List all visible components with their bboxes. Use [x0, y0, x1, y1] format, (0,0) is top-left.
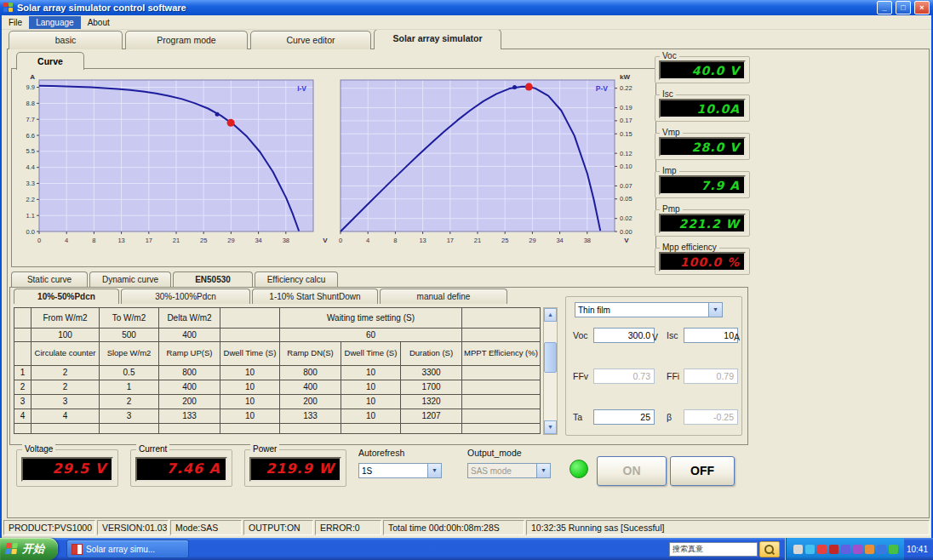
table-cell[interactable]: 400: [280, 380, 341, 395]
search-button[interactable]: [759, 541, 780, 557]
maximize-button[interactable]: □: [896, 1, 911, 14]
readout-voc: Voc40.0 V: [655, 56, 750, 83]
table-cell[interactable]: 800: [159, 366, 220, 380]
shield-icon[interactable]: [877, 545, 886, 554]
table-scrollbar[interactable]: ▲ ▼: [543, 307, 558, 435]
subtab-30--100-pdcn[interactable]: 30%-100%Pdcn: [121, 289, 250, 304]
chevron-down-icon[interactable]: ▼: [427, 464, 441, 477]
tab-program-mode[interactable]: Program mode: [125, 31, 248, 49]
subtab-10--50-pdcn[interactable]: 10%-50%Pdcn: [14, 289, 119, 304]
voc-field[interactable]: [593, 328, 655, 343]
table-cell[interactable]: 10: [341, 395, 401, 409]
table-cell[interactable]: 1320: [401, 395, 462, 409]
tab-efficiency-calcu[interactable]: Efficiency calcu: [255, 271, 338, 287]
table-cell[interactable]: [462, 380, 541, 395]
pv-technology-select[interactable]: Thin film ▼: [575, 302, 723, 317]
table-cell[interactable]: 200: [280, 395, 341, 409]
table-cell[interactable]: 1: [14, 366, 31, 380]
header-cell: Dwell Time (S): [220, 342, 280, 366]
table-cell[interactable]: 4: [14, 409, 31, 424]
β-field[interactable]: [684, 409, 738, 425]
taskbar-search-input[interactable]: [669, 542, 758, 557]
subtab-manual-define[interactable]: manual define: [380, 289, 507, 304]
table-cell[interactable]: [462, 366, 541, 380]
table-cell[interactable]: 800: [280, 366, 341, 380]
y-tick-label: 0.07: [620, 182, 632, 190]
ffv-field[interactable]: [593, 369, 655, 384]
x-tick-label: 21: [173, 237, 180, 244]
table-cell[interactable]: 400: [159, 380, 220, 395]
table-cell[interactable]: 10: [341, 409, 401, 424]
sub-tab-strip: 10%-50%Pdcn30%-100%Pdcn1-10% Start Shunt…: [14, 289, 507, 304]
table-cell[interactable]: 3: [100, 409, 159, 424]
x-tick-label: 13: [419, 237, 426, 244]
ffi-field[interactable]: [684, 369, 738, 384]
y-tick-label: 0.22: [620, 84, 632, 92]
tab-static-curve[interactable]: Static curve: [11, 271, 88, 287]
x-tick-label: 0: [339, 237, 342, 244]
chevron-down-icon[interactable]: ▼: [536, 464, 550, 477]
chevron-down-icon[interactable]: ▼: [708, 303, 722, 317]
taskbar-item-solar-array[interactable]: Solar array simu...: [66, 540, 189, 558]
minimize-button[interactable]: _: [877, 1, 892, 14]
table-cell[interactable]: 4: [31, 409, 100, 424]
table-cell[interactable]: [462, 395, 541, 409]
volume-icon[interactable]: [805, 545, 815, 554]
on-button[interactable]: ON: [597, 456, 667, 486]
scroll-down-button[interactable]: ▼: [544, 420, 557, 434]
start-button[interactable]: 开始: [0, 538, 58, 560]
network-icon[interactable]: [793, 545, 803, 554]
table-cell[interactable]: 1207: [401, 409, 462, 424]
output-mode-select[interactable]: SAS mode ▼: [467, 463, 551, 478]
antivirus-icon[interactable]: [829, 545, 839, 554]
table-cell[interactable]: [462, 409, 541, 424]
y-tick-label: 5.5: [26, 147, 35, 155]
scroll-up-button[interactable]: ▲: [544, 308, 557, 322]
status-segment-3: OUTPUT:ON: [243, 520, 313, 535]
subtab-1-10-start-shuntdown[interactable]: 1-10% Start ShuntDown: [252, 289, 378, 304]
lower-tab-strip: Static curveDynamic curveEN50530Efficien…: [11, 271, 338, 288]
menu-about[interactable]: About: [81, 16, 117, 29]
table-cell[interactable]: 10: [220, 409, 280, 424]
tab-basic[interactable]: basic: [9, 31, 123, 49]
table-cell[interactable]: 200: [159, 395, 220, 409]
table-cell[interactable]: 10: [220, 366, 280, 380]
menu-language[interactable]: Language: [29, 16, 81, 29]
security-icon[interactable]: [889, 545, 898, 554]
off-button[interactable]: OFF: [670, 456, 735, 486]
isc-field[interactable]: [684, 328, 738, 343]
table-row-empty: [14, 424, 541, 434]
table-cell[interactable]: 133: [280, 409, 341, 424]
menu-file[interactable]: File: [2, 16, 29, 29]
update-icon[interactable]: [841, 545, 850, 554]
tab-curve-editor[interactable]: Curve editor: [250, 31, 371, 49]
chat-icon[interactable]: [853, 545, 862, 554]
tab-solar-array-simulator[interactable]: Solar array simulator: [374, 29, 501, 49]
tab-dynamic-curve[interactable]: Dynamic curve: [89, 271, 171, 287]
y-tick-label: 0.15: [620, 130, 632, 138]
table-cell[interactable]: 2: [31, 380, 100, 395]
close-button[interactable]: ×: [914, 1, 930, 14]
table-cell[interactable]: 10: [341, 380, 401, 395]
table-cell[interactable]: 10: [220, 395, 280, 409]
tab-curve[interactable]: Curve: [16, 52, 84, 70]
input-method-icon[interactable]: [865, 545, 874, 554]
table-cell[interactable]: 133: [159, 409, 220, 424]
table-cell[interactable]: 10: [220, 380, 280, 395]
tab-en50530[interactable]: EN50530: [173, 271, 253, 287]
table-cell[interactable]: 10: [341, 366, 401, 380]
scroll-thumb[interactable]: [544, 342, 557, 373]
table-cell[interactable]: 2: [31, 366, 100, 380]
table-cell[interactable]: 3: [14, 395, 31, 409]
table-cell[interactable]: 3300: [401, 366, 462, 380]
messenger-icon[interactable]: [817, 545, 827, 554]
table-cell[interactable]: 1700: [401, 380, 462, 395]
table-cell[interactable]: 2: [14, 380, 31, 395]
y-tick-label: 2.2: [26, 196, 35, 203]
table-cell[interactable]: 0.5: [100, 366, 159, 380]
table-cell[interactable]: 1: [100, 380, 159, 395]
ta-field[interactable]: [593, 409, 655, 425]
autorefresh-select[interactable]: 1S ▼: [358, 463, 442, 478]
table-cell[interactable]: 2: [100, 395, 159, 409]
table-cell[interactable]: 3: [31, 395, 100, 409]
